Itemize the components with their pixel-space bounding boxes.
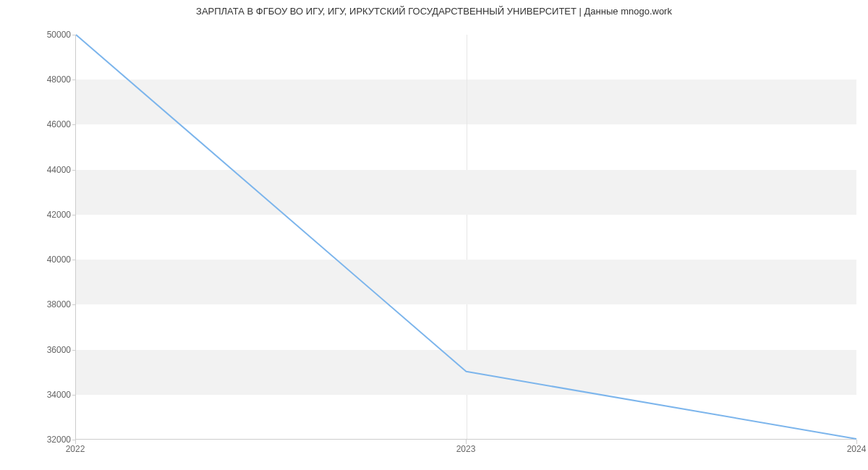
x-tick-label: 2024	[847, 444, 867, 454]
y-tick-label: 50000	[29, 30, 71, 40]
y-tick-label: 44000	[29, 165, 71, 175]
y-tick-label: 34000	[29, 390, 71, 400]
y-tick-mark	[72, 124, 76, 125]
y-tick-label: 48000	[29, 74, 71, 85]
y-tick-mark	[72, 260, 76, 260]
y-tick-label: 40000	[29, 255, 71, 265]
x-tick-label: 2023	[456, 444, 476, 454]
y-tick-label: 32000	[29, 435, 71, 445]
y-tick-label: 42000	[29, 210, 71, 220]
y-tick-label: 38000	[29, 299, 71, 309]
y-tick-mark	[72, 395, 76, 396]
y-tick-mark	[72, 80, 76, 80]
y-tick-mark	[72, 215, 76, 215]
y-tick-mark	[72, 170, 76, 171]
data-line	[76, 35, 856, 439]
series-line	[76, 35, 856, 439]
y-tick-label: 36000	[29, 345, 71, 355]
chart-title: ЗАРПЛАТА В ФГБОУ ВО ИГУ, ИГУ, ИРКУТСКИЙ …	[0, 6, 868, 17]
y-tick-mark	[72, 304, 76, 305]
y-tick-label: 46000	[29, 119, 71, 129]
y-tick-mark	[72, 350, 76, 351]
y-tick-mark	[72, 35, 76, 35]
x-tick-label: 2022	[66, 444, 85, 454]
salary-line-chart: ЗАРПЛАТА В ФГБОУ ВО ИГУ, ИГУ, ИРКУТСКИЙ …	[0, 0, 868, 470]
plot-area	[75, 35, 856, 440]
